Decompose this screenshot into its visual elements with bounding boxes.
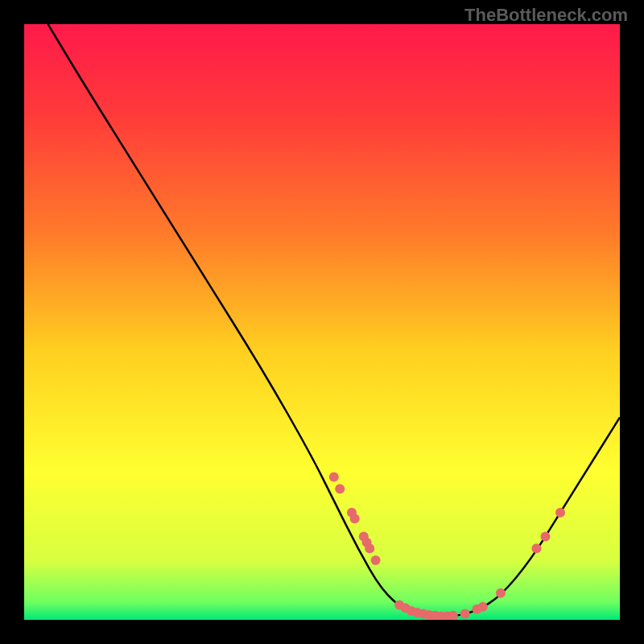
data-marker — [350, 514, 360, 523]
data-marker — [496, 588, 506, 598]
watermark-text: TheBottleneck.com — [464, 5, 628, 26]
data-marker — [555, 508, 565, 518]
data-marker — [541, 531, 551, 541]
data-marker — [365, 543, 374, 553]
data-marker — [478, 602, 488, 612]
data-marker — [460, 609, 470, 619]
data-marker — [335, 484, 345, 493]
data-marker — [329, 472, 339, 481]
gradient-background — [24, 24, 620, 620]
data-marker — [531, 543, 541, 553]
data-marker — [371, 555, 381, 565]
chart-svg — [24, 24, 620, 620]
plot-area — [24, 24, 620, 620]
